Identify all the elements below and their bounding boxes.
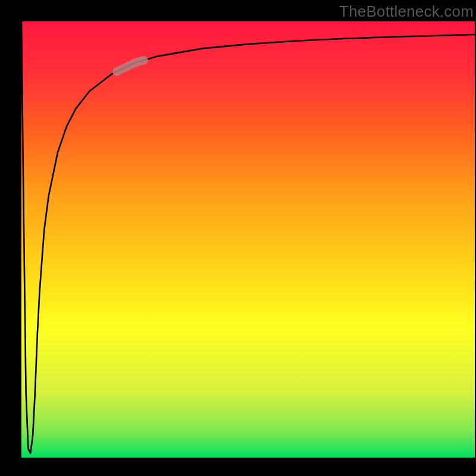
curve-layer bbox=[21, 21, 475, 458]
plot-area bbox=[21, 21, 475, 458]
bottleneck-curve bbox=[21, 21, 475, 453]
chart-frame: TheBottleneck.com bbox=[0, 0, 476, 476]
watermark-text: TheBottleneck.com bbox=[339, 2, 474, 21]
highlight-segment bbox=[117, 60, 144, 71]
